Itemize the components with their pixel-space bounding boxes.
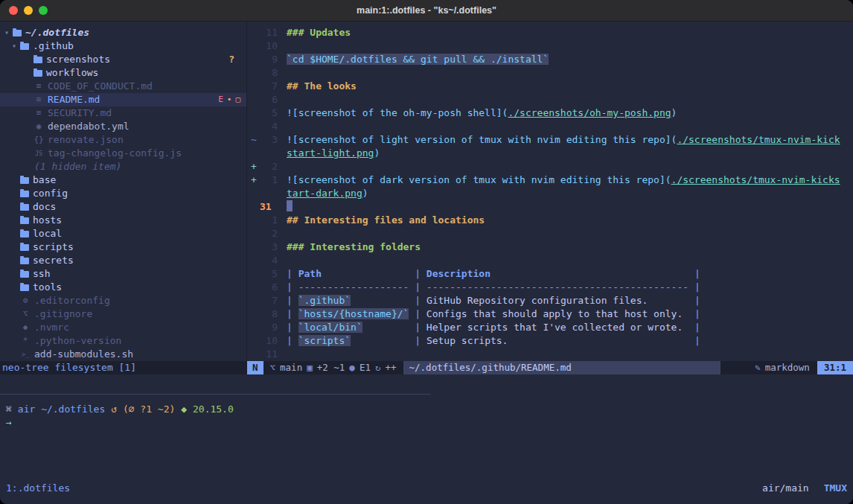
tree-item-label: README.md <box>48 93 100 106</box>
tree-item-github[interactable]: ▾.github <box>0 39 246 53</box>
text-segment <box>351 335 409 346</box>
line-number: 7 <box>260 294 278 307</box>
tree-item-tools[interactable]: tools <box>0 281 246 294</box>
editor-line[interactable]: 10 <box>247 39 853 53</box>
line-number: 7 <box>260 80 278 93</box>
editor-line[interactable]: 3### Interesting folders <box>247 240 853 254</box>
folder-icon <box>20 43 29 50</box>
editor-line[interactable]: 6 <box>247 93 853 106</box>
text-segment <box>362 322 409 333</box>
tree-item-python-version[interactable]: *.python-version <box>0 334 246 348</box>
close-button[interactable] <box>9 6 18 15</box>
folder-icon <box>33 57 42 63</box>
text-segment: | <box>409 322 426 333</box>
zoom-button[interactable] <box>39 6 48 15</box>
tree-item-config[interactable]: config <box>0 187 246 200</box>
git-diff-counts: +2 ~1 <box>317 361 345 374</box>
editor-line[interactable]: 9| `local/bin` | Helper scripts that I'v… <box>247 321 853 334</box>
tree-item-editorconfig[interactable]: ⚙.editorconfig <box>0 294 246 307</box>
tree-item-dependabot-yml[interactable]: ◉dependabot.yml <box>0 120 246 133</box>
tree-item-screenshots[interactable]: screenshots? <box>0 53 246 66</box>
line-number: 11 <box>260 26 278 39</box>
tree-item-workflows[interactable]: workflows <box>0 66 246 80</box>
tree-item-gitignore[interactable]: ⌥.gitignore <box>0 307 246 321</box>
tree-item-add-submodules-sh[interactable]: >_add-submodules.sh <box>0 348 246 361</box>
editor-line[interactable]: +1![screenshot of dark version of tmux w… <box>247 173 853 187</box>
editor-line[interactable]: 7| `.github` | GitHub Repository configu… <box>247 294 853 307</box>
editor-line[interactable]: 11### Updates <box>247 26 853 39</box>
text-segment: start-light.png <box>287 147 374 159</box>
line-number <box>260 187 278 200</box>
text-segment: | <box>287 335 298 346</box>
tmux-pane-divider[interactable] <box>0 394 430 395</box>
editor-line[interactable]: 31 <box>247 200 853 214</box>
tree-item-nvmrc[interactable]: ◆.nvmrc <box>0 321 246 334</box>
tree-item-dotfiles[interactable]: ▾~/.dotfiles <box>0 26 246 39</box>
tree-item-secrets[interactable]: secrets <box>0 254 246 267</box>
text-segment: ) <box>671 107 677 118</box>
folder-icon <box>20 177 29 184</box>
editor-line[interactable]: 4 <box>247 120 853 133</box>
editor-line[interactable]: start-light.png) <box>247 147 853 160</box>
editor-line[interactable]: 10| `scripts` | Setup scripts. | <box>247 334 853 348</box>
text-segment: ./screenshots/tmux-nvim-kicks <box>671 174 840 185</box>
file-tree: ▾~/.dotfiles▾.githubscreenshots?workflow… <box>0 26 246 361</box>
line-number: 2 <box>260 160 278 173</box>
gutter-sign <box>247 321 260 334</box>
editor-line[interactable]: 5| Path | Description | <box>247 267 853 281</box>
minimize-button[interactable] <box>24 6 33 15</box>
text-segment: ------------------- <box>298 281 409 293</box>
tmux-window-label[interactable]: 1:.dotfiles <box>6 482 70 495</box>
expander-icon[interactable]: ▾ <box>1 26 12 39</box>
editor-line[interactable]: +2 <box>247 160 853 173</box>
tree-item-readme-md[interactable]: ≡README.mdE•▢ <box>0 93 246 106</box>
tree-item-scripts[interactable]: scripts <box>0 240 246 254</box>
tree-item-label: scripts <box>33 240 74 254</box>
editor-line[interactable]: 5![screenshot of the oh-my-posh shell](.… <box>247 106 853 120</box>
markdown-file-icon: ≡ <box>33 93 45 106</box>
line-number: 6 <box>260 93 278 106</box>
gutter-sign <box>247 334 260 348</box>
git-branch-label: main <box>280 361 302 374</box>
editor-line[interactable]: ~3![screenshot of light version of tmux … <box>247 133 853 147</box>
editor-buffer[interactable]: 11### Updates109`cd $HOME/.dotfiles && g… <box>247 26 853 361</box>
tree-item-ssh[interactable]: ssh <box>0 267 246 281</box>
text-segment <box>648 295 689 306</box>
editor-line[interactable]: 7## The looks <box>247 80 853 93</box>
text-segment: Description <box>426 268 491 279</box>
tree-item-security-md[interactable]: ≡SECURITY.md <box>0 106 246 120</box>
text-segment <box>683 308 689 319</box>
expander-icon[interactable]: ▾ <box>9 39 19 53</box>
editor-line[interactable]: 11 <box>247 348 853 361</box>
shell-input-line[interactable]: → <box>6 416 847 430</box>
tree-item-renovate-json[interactable]: {}renovate.json <box>0 133 246 147</box>
shell-pane[interactable]: ⌘air ~/.dotfiles↺ (∅ ?1 ~2)◆ 20.15.0 → <box>6 403 847 430</box>
tree-item-tag-changelog-config-js[interactable]: JStag-changelog-config.js <box>0 147 246 160</box>
editor-line[interactable]: 4 <box>247 254 853 267</box>
editor-line[interactable]: 8| `hosts/{hostname}/` | Configs that sh… <box>247 307 853 321</box>
editor-line[interactable]: 9`cd $HOME/.dotfiles && git pull && ./in… <box>247 53 853 66</box>
tree-item-1-hidden-item[interactable]: (1 hidden item) <box>0 160 246 173</box>
line-number: 3 <box>260 133 278 147</box>
line-number: 1 <box>260 214 278 227</box>
line-text: ![screenshot of light version of tmux wi… <box>287 133 840 147</box>
text-segment: ## The looks <box>287 80 357 92</box>
tree-item-base[interactable]: base <box>0 173 246 187</box>
editor-line[interactable]: 8 <box>247 66 853 80</box>
text-segment: Configs that should apply to that host o… <box>426 308 683 319</box>
text-segment: ![screenshot of light version of tmux wi… <box>287 134 677 145</box>
tree-item-label: ssh <box>33 267 50 281</box>
editor-line[interactable]: 6| ------------------- | ---------------… <box>247 281 853 294</box>
tree-item-hosts[interactable]: hosts <box>0 214 246 227</box>
text-segment: | <box>689 268 700 279</box>
text-segment: `hosts/{hostname}/` <box>298 308 409 319</box>
editor-line[interactable]: 2 <box>247 227 853 240</box>
status-marker: ▢ <box>235 93 240 106</box>
editor-line[interactable]: tart-dark.png) <box>247 187 853 200</box>
node-file-icon: ◆ <box>19 321 31 334</box>
tree-item-local[interactable]: local <box>0 227 246 240</box>
tree-item-label: base <box>33 173 56 187</box>
tree-item-code-of-conduct-md[interactable]: ≡CODE_OF_CONDUCT.md <box>0 80 246 93</box>
tree-item-docs[interactable]: docs <box>0 200 246 214</box>
editor-line[interactable]: 1## Interesting files and locations <box>247 214 853 227</box>
